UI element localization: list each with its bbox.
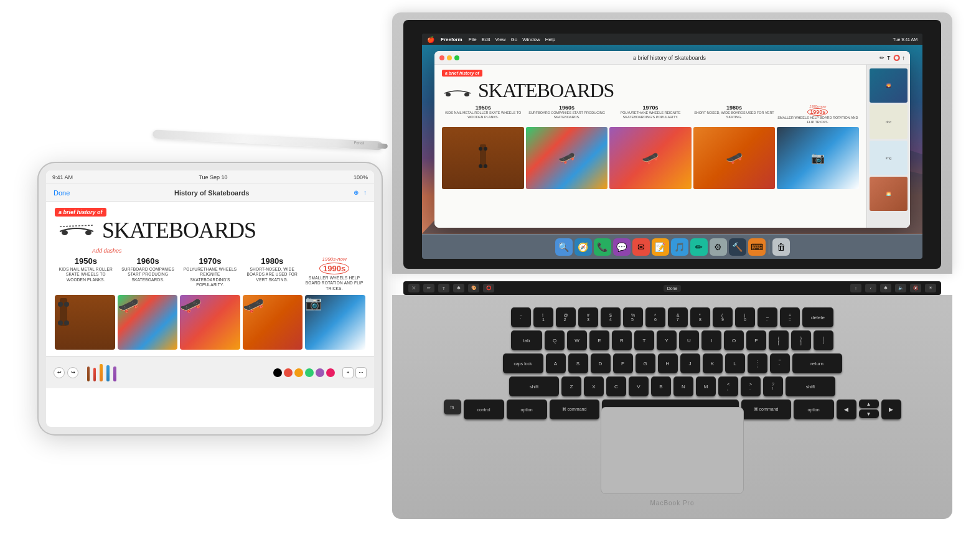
dock-safari-icon[interactable]: 🧭 — [575, 238, 592, 256]
key-b[interactable]: B — [651, 376, 671, 396]
touchbar-pen-icon[interactable]: ✏ — [423, 284, 434, 292]
highlighter-tool[interactable] — [113, 366, 116, 381]
color-purple[interactable] — [316, 368, 324, 377]
touchbar-circle-icon[interactable]: ⭕ — [483, 284, 494, 292]
key-arrow-left[interactable]: ◀ — [837, 399, 856, 419]
touchbar-share-icon[interactable]: ↑ — [850, 284, 861, 292]
key-capslock[interactable]: caps lock — [503, 353, 543, 373]
touchbar-mute-icon[interactable]: 🔇 — [910, 284, 921, 292]
freeform-text-icon[interactable]: T — [887, 55, 891, 61]
key-arrow-right[interactable]: ▶ — [881, 399, 901, 419]
touchbar-close-icon[interactable]: ✕ — [408, 284, 420, 292]
ff-thumb-3[interactable]: img — [870, 141, 908, 175]
key-quote[interactable]: "' — [770, 353, 790, 373]
key-delete[interactable]: delete — [802, 307, 833, 327]
key-comma[interactable]: <, — [718, 376, 738, 396]
key-command-right[interactable]: ⌘ command — [741, 399, 791, 419]
key-q[interactable]: Q — [545, 330, 565, 350]
key-backtick[interactable]: ~` — [511, 307, 531, 327]
key-minus[interactable]: _- — [758, 307, 777, 327]
key-7[interactable]: &7 — [668, 307, 688, 327]
key-2[interactable]: @2 — [556, 307, 576, 327]
dock-messages-icon[interactable]: 💬 — [613, 238, 631, 256]
key-x[interactable]: X — [584, 376, 604, 396]
dock-mail-icon[interactable]: ✉ — [632, 238, 650, 256]
color-black[interactable] — [273, 368, 282, 377]
color-orange[interactable] — [294, 368, 303, 377]
color-red[interactable] — [284, 368, 293, 377]
ipad-more-icon[interactable]: ↑ — [364, 189, 367, 196]
key-command-left[interactable]: ⌘ command — [550, 399, 599, 419]
touchbar-color-icon[interactable]: 🎨 — [468, 284, 479, 292]
key-shift-left[interactable]: shift — [509, 376, 559, 396]
key-control[interactable]: control — [464, 399, 504, 419]
key-arrow-up[interactable]: ▲ — [859, 399, 879, 408]
add-image-button[interactable]: + — [342, 367, 354, 378]
key-shift-right[interactable]: shift — [786, 376, 835, 396]
key-tab[interactable]: tab — [511, 330, 542, 350]
key-option-right[interactable]: option — [794, 399, 834, 419]
close-button[interactable] — [439, 55, 444, 60]
dock-facetime-icon[interactable]: 📞 — [594, 238, 611, 256]
freeform-share-icon[interactable]: ↑ — [903, 55, 906, 61]
key-t[interactable]: T — [634, 330, 654, 350]
dock-notes-icon[interactable]: 📝 — [652, 238, 669, 256]
menubar-window[interactable]: Window — [522, 37, 540, 42]
color-pink[interactable] — [326, 368, 335, 377]
key-bracket-close[interactable]: }] — [791, 330, 811, 350]
key-h[interactable]: H — [658, 353, 678, 373]
dock-trash-icon[interactable]: 🗑 — [772, 238, 790, 256]
minimize-button[interactable] — [447, 55, 452, 60]
key-backslash[interactable]: |\ — [814, 330, 833, 350]
ipad-done-button[interactable]: Done — [54, 189, 70, 197]
key-fn[interactable]: fn — [444, 399, 461, 414]
menubar-view[interactable]: View — [495, 37, 505, 42]
brush-tool[interactable] — [106, 365, 110, 381]
dock-settings-icon[interactable]: ⚙ — [710, 238, 727, 256]
key-n[interactable]: N — [673, 376, 693, 396]
dock-terminal-icon[interactable]: ⌨ — [748, 238, 766, 256]
touchbar-settings-icon[interactable]: ✱ — [880, 284, 891, 292]
more-options-button[interactable]: ⋯ — [355, 367, 367, 378]
color-green[interactable] — [305, 368, 314, 377]
key-d[interactable]: D — [591, 353, 611, 373]
key-v[interactable]: V — [629, 376, 649, 396]
key-9[interactable]: (9 — [713, 307, 733, 327]
touchbar-chevron-left-icon[interactable]: ‹ — [865, 284, 876, 292]
ff-thumb-1[interactable]: 🌄 — [870, 68, 908, 103]
key-z[interactable]: Z — [561, 376, 581, 396]
ff-thumb-4[interactable]: 🌅 — [870, 177, 908, 211]
key-equals[interactable]: += — [780, 307, 800, 327]
key-option-left[interactable]: option — [507, 399, 547, 419]
freeform-shape-icon[interactable]: ⭕ — [893, 55, 900, 61]
key-0[interactable]: )0 — [735, 307, 755, 327]
key-j[interactable]: J — [680, 353, 700, 373]
dock-finder-icon[interactable]: 🔍 — [555, 238, 573, 256]
menubar-help[interactable]: Help — [545, 37, 555, 42]
key-w[interactable]: W — [567, 330, 587, 350]
key-g[interactable]: G — [636, 353, 655, 373]
key-m[interactable]: M — [696, 376, 716, 396]
touchbar-text-icon[interactable]: T — [438, 284, 449, 292]
key-l[interactable]: L — [725, 353, 745, 373]
key-4[interactable]: $4 — [601, 307, 621, 327]
menubar-file[interactable]: File — [469, 37, 477, 42]
fullscreen-button[interactable] — [454, 55, 459, 60]
ipad-share-icon[interactable]: ⊕ — [354, 189, 359, 196]
dock-xcode-icon[interactable]: 🔨 — [729, 238, 746, 256]
pencil-tool[interactable] — [87, 366, 90, 381]
key-5[interactable]: %5 — [623, 307, 643, 327]
key-p[interactable]: P — [746, 330, 766, 350]
key-a[interactable]: A — [546, 353, 566, 373]
key-s[interactable]: S — [568, 353, 588, 373]
pen-tool[interactable] — [93, 368, 96, 381]
key-return[interactable]: return — [792, 353, 842, 373]
dock-freeform-icon[interactable]: ✏ — [690, 238, 708, 256]
key-period[interactable]: >. — [741, 376, 761, 396]
key-o[interactable]: O — [724, 330, 744, 350]
touchbar-volume-down-icon[interactable]: 🔈 — [895, 284, 906, 292]
menubar-edit[interactable]: Edit — [482, 37, 490, 42]
key-arrow-down[interactable]: ▼ — [859, 409, 879, 418]
touchbar-marker-icon[interactable]: ✱ — [453, 284, 464, 292]
key-semicolon[interactable]: :; — [748, 353, 767, 373]
